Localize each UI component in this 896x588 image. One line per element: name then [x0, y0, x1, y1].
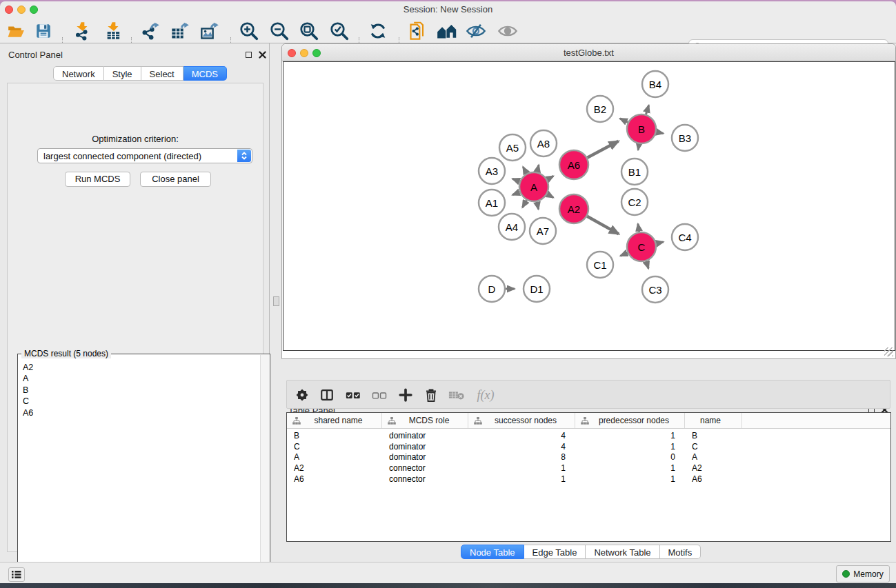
tab-edge-table[interactable]: Edge Table — [524, 545, 586, 559]
table-row[interactable]: Bdominator41B — [287, 431, 890, 442]
show-panel-button[interactable] — [496, 19, 519, 43]
edge-A-A7[interactable] — [537, 202, 538, 210]
zoom-in-button[interactable] — [237, 19, 261, 43]
table-cell[interactable]: A6 — [287, 474, 382, 485]
open-file-button[interactable] — [4, 19, 28, 43]
table-settings-button[interactable] — [292, 386, 312, 404]
edge-A-A2[interactable] — [547, 194, 553, 198]
table-cell[interactable]: 1 — [575, 463, 685, 474]
column-header-name[interactable]: name — [685, 413, 742, 428]
export-table-button[interactable] — [168, 19, 192, 43]
table-cell[interactable]: A — [685, 452, 742, 463]
tab-node-table[interactable]: Node Table — [461, 545, 524, 559]
select-all-button[interactable] — [344, 386, 363, 404]
edge-C-C1[interactable] — [620, 253, 627, 256]
table-cell[interactable]: 4 — [468, 442, 575, 453]
tab-network[interactable]: Network — [53, 66, 104, 81]
mcds-result-item[interactable]: C — [23, 396, 259, 407]
delete-table-button[interactable] — [447, 386, 466, 404]
network-canvas[interactable]: B4B2BB3A8A5A6B1A3AC2A1A2A4A7C4CC1C3DD1 — [283, 61, 895, 351]
edge-B-B4[interactable] — [646, 105, 648, 114]
export-image-button[interactable] — [198, 19, 221, 43]
table-cell[interactable]: 8 — [468, 452, 575, 463]
table-cell[interactable]: A6 — [685, 474, 742, 485]
table-cell[interactable]: 0 — [575, 452, 685, 463]
mcds-result-scrollbar[interactable] — [260, 355, 269, 588]
home-button[interactable] — [435, 19, 459, 43]
table-cell[interactable]: dominator — [382, 442, 468, 453]
float-panel-icon[interactable] — [246, 52, 252, 58]
table-cell[interactable]: 1 — [575, 431, 685, 442]
table-row[interactable]: A2connector11A2 — [287, 463, 890, 474]
mcds-result-list[interactable]: A2ABCA6 — [19, 355, 259, 588]
table-cell[interactable]: connector — [382, 474, 468, 485]
tab-style[interactable]: Style — [104, 66, 141, 81]
edge-B-B2[interactable] — [620, 119, 628, 123]
memory-button[interactable]: Memory — [836, 565, 890, 582]
table-cell[interactable]: A — [287, 452, 382, 463]
edge-C-C3[interactable] — [646, 261, 648, 269]
table-cell[interactable]: 1 — [468, 474, 575, 485]
optimization-criterion-dropdown[interactable]: largest connected component (directed) — [37, 148, 252, 163]
create-column-button[interactable] — [396, 386, 415, 404]
table-cell[interactable]: C — [287, 442, 382, 453]
zoom-selected-button[interactable] — [328, 19, 351, 43]
table-cell[interactable]: C — [685, 442, 742, 453]
edge-A-A6[interactable] — [547, 176, 553, 179]
edge-A-A1[interactable] — [512, 192, 519, 195]
show-column-button[interactable] — [317, 386, 337, 404]
edge-B-B1[interactable] — [638, 144, 639, 150]
save-session-button[interactable] — [32, 19, 55, 43]
mcds-result-item[interactable]: B — [23, 385, 259, 396]
column-header-MCDS-role[interactable]: MCDS role — [382, 413, 468, 428]
mcds-result-item[interactable]: A2 — [23, 362, 259, 373]
edge-A-A3[interactable] — [512, 179, 519, 181]
edge-C-C2[interactable] — [638, 224, 639, 232]
mcds-result-item[interactable]: A — [23, 373, 259, 384]
mcds-result-item[interactable]: A6 — [23, 407, 259, 418]
tab-motifs[interactable]: Motifs — [660, 545, 701, 559]
show-tasks-button[interactable] — [8, 567, 25, 582]
network-window-titlebar[interactable]: testGlobe.txt — [282, 44, 895, 61]
function-builder-button[interactable]: f(x) — [472, 386, 499, 404]
edge-A6-B[interactable] — [587, 141, 618, 158]
edge-A-A8[interactable] — [537, 165, 539, 172]
edge-C-C4[interactable] — [656, 242, 663, 243]
edge-A2-C[interactable] — [587, 216, 619, 234]
table-row[interactable]: A6connector11A6 — [287, 474, 890, 485]
hide-panels-button[interactable] — [464, 19, 488, 43]
table-cell[interactable]: 1 — [575, 474, 685, 485]
column-header-predecessor-nodes[interactable]: predecessor nodes — [575, 413, 685, 428]
delete-column-button[interactable] — [421, 386, 441, 404]
column-header-shared-name[interactable]: shared name — [287, 413, 382, 428]
clone-network-button[interactable] — [406, 19, 430, 43]
edge-A-A5[interactable] — [523, 167, 526, 174]
table-cell[interactable]: 1 — [468, 463, 575, 474]
run-mcds-button[interactable]: Run MCDS — [65, 172, 130, 187]
table-cell[interactable]: connector — [382, 463, 468, 474]
import-table-button[interactable] — [102, 19, 126, 43]
close-panel-icon[interactable] — [259, 51, 266, 59]
table-cell[interactable]: 4 — [468, 431, 575, 442]
tab-mcds[interactable]: MCDS — [183, 66, 227, 81]
edge-A-A4[interactable] — [522, 200, 526, 207]
close-panel-button[interactable]: Close panel — [140, 172, 211, 187]
refresh-button[interactable] — [366, 19, 390, 43]
table-cell[interactable]: A2 — [287, 463, 382, 474]
edge-B-B3[interactable] — [657, 132, 664, 133]
table-cell[interactable]: dominator — [382, 452, 468, 463]
column-header-successor-nodes[interactable]: successor nodes — [468, 413, 575, 428]
table-cell[interactable]: B — [685, 431, 742, 442]
tab-network-table[interactable]: Network Table — [586, 545, 659, 559]
unselect-all-button[interactable] — [370, 386, 389, 404]
table-cell[interactable]: B — [287, 431, 382, 442]
window-resize-grip[interactable] — [884, 347, 893, 356]
zoom-fit-button[interactable] — [297, 19, 321, 43]
table-row[interactable]: Cdominator41C — [287, 442, 890, 453]
zoom-out-button[interactable] — [268, 19, 291, 43]
export-network-button[interactable] — [139, 19, 162, 43]
table-row[interactable]: Adominator80A — [287, 452, 890, 463]
table-cell[interactable]: A2 — [685, 463, 742, 474]
import-network-button[interactable] — [71, 19, 94, 43]
tab-select[interactable]: Select — [141, 66, 183, 81]
